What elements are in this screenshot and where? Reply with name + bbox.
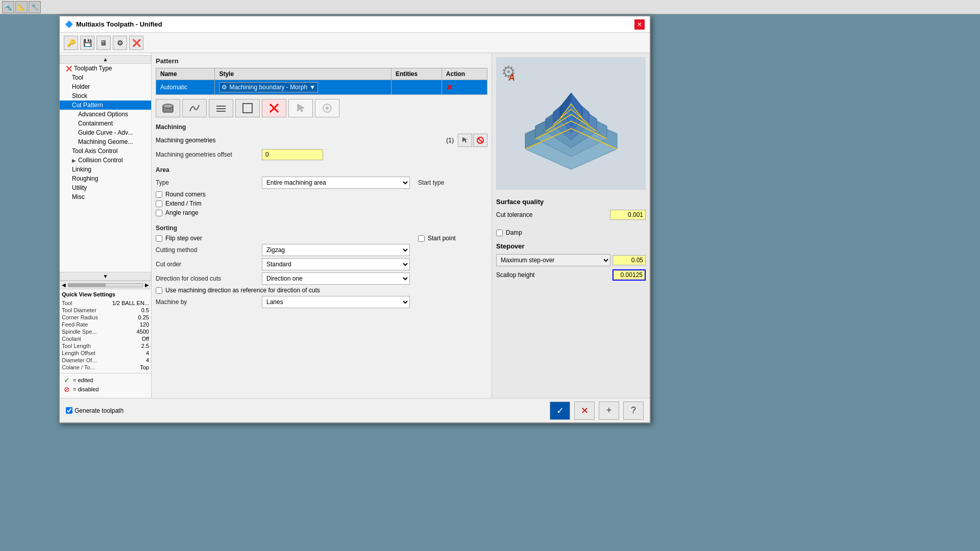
quickview-row-colane: Colane / To... Top: [62, 364, 149, 371]
cancel-button[interactable]: ✕: [574, 402, 595, 420]
machining-offset-input[interactable]: [262, 149, 323, 160]
style-dropdown[interactable]: ⚙ Machining boundary - Morph ▼: [219, 82, 318, 92]
app-icon-2[interactable]: 📐: [15, 1, 28, 13]
app-icon-drill[interactable]: 🔩: [2, 1, 14, 13]
cut-tolerance-input[interactable]: [610, 210, 646, 220]
stepover-method-select[interactable]: Maximum step-over Scallop height Fixed: [496, 254, 610, 266]
pattern-btn-target: [315, 99, 339, 117]
sidebar-item-linking[interactable]: Linking: [60, 165, 151, 174]
pattern-btn-lines[interactable]: [209, 99, 233, 117]
round-corners-label: Round corners: [165, 191, 206, 198]
machining-clear-btn[interactable]: [473, 134, 487, 147]
sidebar-item-toolpath-type[interactable]: ❌ Toolpath Type: [60, 64, 151, 73]
cut-order-row: Cut order Standard Reverse Optimized: [156, 258, 410, 270]
toolbar-save-btn[interactable]: 💾: [80, 36, 94, 50]
toolbar-tool-btn[interactable]: 🔑: [64, 36, 78, 50]
sorting-layout: Flip step over Cutting method Zigzag One…: [156, 235, 487, 310]
pattern-row-0-action[interactable]: ✕: [442, 80, 487, 95]
stepover-section: Stepover Maximum step-over Scallop heigh…: [496, 242, 646, 281]
machining-geometries-count: (1): [446, 137, 454, 144]
hscroll-right[interactable]: ▶: [145, 282, 149, 288]
pattern-btn-surface[interactable]: [156, 99, 180, 117]
area-layout: Type Entire machining area Specified Cus…: [156, 177, 487, 218]
pattern-btn-curve[interactable]: [182, 99, 207, 117]
style-dropdown-arrow[interactable]: ▼: [309, 84, 315, 91]
pattern-btn-delete[interactable]: [262, 99, 286, 117]
quickview-row-spindle: Spindle Spe... 4500: [62, 328, 149, 335]
damp-checkbox[interactable]: [496, 230, 503, 236]
machining-dir-checkbox[interactable]: [156, 287, 162, 294]
pattern-btn-box[interactable]: [235, 99, 260, 117]
checkbox-flip-step: Flip step over: [156, 235, 410, 242]
cutting-method-select[interactable]: Zigzag One way Morphed spiral: [262, 244, 410, 256]
sidebar-item-roughing[interactable]: Roughing: [60, 174, 151, 183]
sidebar-item-collision[interactable]: ▶ Collision Control: [60, 156, 151, 165]
direction-select[interactable]: Direction one Direction two: [262, 272, 410, 285]
stepover-value-input[interactable]: [612, 255, 646, 265]
dialog-titlebar: 🔷 Multiaxis Toolpath - Unified ✕: [60, 16, 650, 33]
angle-range-label: Angle range: [165, 209, 199, 216]
sorting-title: Sorting: [156, 224, 487, 232]
cut-order-select[interactable]: Standard Reverse Optimized: [262, 258, 410, 270]
preview-area: ⚙ A: [496, 57, 646, 190]
main-content: Pattern Name Style Entities Action Autom…: [152, 53, 492, 398]
toolbar-monitor-btn[interactable]: 🖥: [96, 36, 111, 50]
close-button[interactable]: ✕: [634, 19, 645, 30]
quickview-label-corner: Corner Radius: [62, 314, 98, 320]
scallop-input[interactable]: [612, 269, 646, 281]
quickview-value-tool: 1/2 BALL EN...: [112, 300, 149, 306]
sidebar-hscroll[interactable]: ◀ ▶: [60, 281, 151, 289]
machine-by-select[interactable]: Lanes Regions: [262, 296, 410, 308]
damp-label: Damp: [506, 229, 522, 236]
start-point-checkbox[interactable]: [418, 235, 425, 242]
sidebar-scroll-down[interactable]: ▼: [60, 272, 151, 281]
dialog-body: ▲ ❌ Toolpath Type Tool Holder Stock Cut …: [60, 53, 650, 398]
machining-select-btn[interactable]: [458, 134, 472, 147]
flip-step-label: Flip step over: [165, 235, 202, 242]
add-button[interactable]: +: [599, 402, 619, 420]
round-corners-checkbox[interactable]: [156, 191, 162, 198]
machine-by-label: Machine by: [156, 298, 258, 306]
sidebar-item-machining-geom[interactable]: Machining Geome...: [60, 137, 151, 146]
sidebar-item-tool-axis[interactable]: Tool Axis Control: [60, 146, 151, 156]
footer-left: Generate toolpath: [66, 407, 546, 414]
extend-trim-checkbox[interactable]: [156, 201, 162, 207]
pattern-row-0[interactable]: Automatic ⚙ Machining boundary - Morph ▼: [156, 80, 487, 95]
sidebar-item-advanced-options[interactable]: Advanced Options: [60, 110, 151, 119]
sidebar-item-stock[interactable]: Stock: [60, 91, 151, 101]
angle-range-checkbox[interactable]: [156, 210, 162, 216]
pattern-row-0-style[interactable]: ⚙ Machining boundary - Morph ▼: [215, 80, 391, 95]
area-type-select[interactable]: Entire machining area Specified Custom: [262, 177, 410, 189]
quickview-value-toollength: 2.5: [141, 343, 149, 349]
toolbar-close-btn[interactable]: ❌: [129, 36, 143, 50]
sidebar-scroll-up[interactable]: ▲: [60, 55, 151, 64]
cutting-method-row: Cutting method Zigzag One way Morphed sp…: [156, 244, 410, 256]
quickview-value-feed: 120: [140, 321, 149, 328]
pattern-delete-btn[interactable]: ✕: [446, 83, 453, 92]
quickview-label-diameter: Tool Diameter: [62, 307, 96, 313]
checkbox-round-corners: Round corners: [156, 191, 410, 198]
generate-toolpath-checkbox[interactable]: [66, 407, 72, 414]
sidebar-item-guide-curve[interactable]: Guide Curve - Adv...: [60, 128, 151, 137]
help-button[interactable]: ?: [623, 402, 644, 420]
quickview-label-tool: Tool: [62, 300, 72, 306]
pattern-row-0-name: Automatic: [156, 80, 215, 95]
svg-rect-5: [243, 104, 252, 113]
app-icon-3[interactable]: 🔧: [29, 1, 41, 13]
sidebar-item-containment[interactable]: Containment: [60, 119, 151, 128]
sidebar-item-tool[interactable]: Tool: [60, 73, 151, 82]
hscroll-left[interactable]: ◀: [62, 282, 66, 288]
sidebar-item-misc[interactable]: Misc: [60, 192, 151, 202]
quickview-label-diamoffset: Diameter Of...: [62, 357, 96, 363]
sidebar-item-holder[interactable]: Holder: [60, 82, 151, 91]
flip-step-checkbox[interactable]: [156, 235, 162, 242]
sidebar-item-cut-pattern[interactable]: Cut Pattern: [60, 101, 151, 110]
direction-row: Direction for closed cuts Direction one …: [156, 272, 410, 285]
sidebar-item-utility[interactable]: Utility: [60, 183, 151, 192]
pattern-btn-select: [288, 99, 313, 117]
ok-button[interactable]: ✓: [550, 402, 570, 420]
machining-offset-label: Machining geometries offset: [156, 151, 258, 158]
pattern-col-style: Style: [215, 68, 391, 80]
quickview-row-diameter: Tool Diameter 0.5: [62, 307, 149, 314]
toolbar-settings-btn[interactable]: ⚙: [113, 36, 127, 50]
